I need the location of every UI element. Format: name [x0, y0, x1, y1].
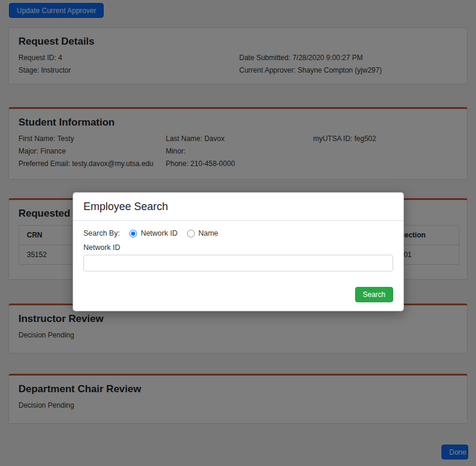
name-radio-icon[interactable]: [187, 230, 195, 237]
network-id-field-label: Network ID: [83, 243, 393, 252]
modal-body: Search By: Network ID Name Network ID: [73, 221, 403, 280]
network-id-radio-icon[interactable]: [129, 230, 137, 237]
search-button[interactable]: Search: [355, 287, 393, 302]
name-radio-label: Name: [198, 229, 218, 237]
search-by-label: Search By:: [83, 229, 120, 237]
employee-search-modal: Employee Search Search By: Network ID Na…: [73, 192, 404, 311]
network-id-radio-label: Network ID: [141, 229, 178, 237]
modal-header: Employee Search: [73, 193, 403, 221]
radio-option-network-id[interactable]: Network ID: [129, 229, 178, 237]
app-screen: Update Current Approver Request Details …: [0, 0, 476, 466]
modal-title: Employee Search: [83, 201, 393, 213]
modal-footer: Search: [73, 280, 403, 311]
network-id-input[interactable]: [83, 255, 393, 271]
radio-option-name[interactable]: Name: [187, 229, 218, 237]
